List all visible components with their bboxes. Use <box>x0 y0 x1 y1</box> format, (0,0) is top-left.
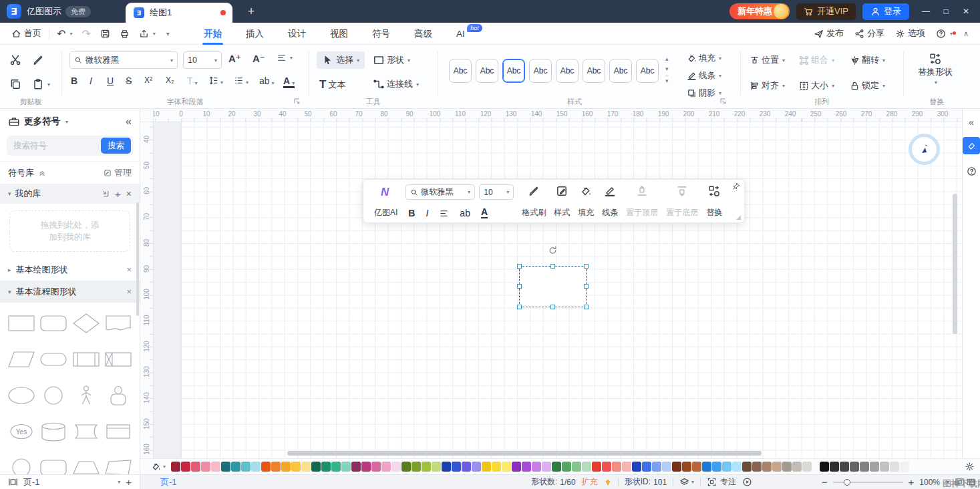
focus-label[interactable]: 专注 <box>720 476 736 488</box>
float-font-family-select[interactable]: 微软雅黑 ▾ <box>405 184 475 200</box>
palette-swatch[interactable] <box>271 462 281 472</box>
shape-user[interactable] <box>102 379 134 412</box>
ribbon-tab-设计[interactable]: 设计 <box>279 23 315 45</box>
palette-swatch[interactable] <box>401 462 411 472</box>
shape-document[interactable] <box>102 307 134 340</box>
palette-swatch-gray[interactable] <box>890 462 899 472</box>
palette-swatch[interactable] <box>542 462 551 472</box>
shape-cylinder[interactable] <box>37 415 69 448</box>
shape-card[interactable] <box>102 415 134 448</box>
shape-diamond[interactable] <box>70 307 102 340</box>
vertical-scrollbar[interactable] <box>953 194 957 334</box>
horizontal-ruler[interactable]: 1001020304050607080901001101201301401501… <box>154 109 962 122</box>
palette-swatch[interactable] <box>261 462 271 472</box>
zoom-level[interactable]: 100% <box>919 478 940 487</box>
palette-swatch-gray[interactable] <box>850 462 859 472</box>
publish-button[interactable]: 发布 <box>809 27 848 39</box>
palette-swatch[interactable] <box>371 462 381 472</box>
fill-button[interactable]: 填充▾ <box>687 53 721 64</box>
palette-swatch[interactable] <box>251 462 261 472</box>
palette-swatch[interactable] <box>171 462 180 472</box>
shape-round-rect[interactable] <box>37 451 69 474</box>
palette-swatch[interactable] <box>351 462 361 472</box>
float-style-button[interactable]: 样式 <box>550 184 574 219</box>
add-icon[interactable]: + <box>115 188 121 200</box>
resize-handle-s[interactable] <box>550 305 555 309</box>
palette-swatch[interactable] <box>412 462 421 472</box>
shape-stadium[interactable] <box>37 343 69 376</box>
palette-swatch[interactable] <box>672 462 681 472</box>
resize-handle-sw[interactable] <box>517 305 522 309</box>
more-symbols-button[interactable]: 更多符号 <box>24 116 60 128</box>
add-page-button[interactable]: + <box>126 476 132 488</box>
palette-swatch[interactable] <box>642 462 651 472</box>
float-format-painter-button[interactable]: 格式刷 <box>518 184 550 219</box>
palette-swatch[interactable] <box>652 462 661 472</box>
resize-handle-ne[interactable] <box>584 264 589 269</box>
palette-swatch[interactable] <box>662 462 671 472</box>
ribbon-tab-视图[interactable]: 视图 <box>321 23 357 45</box>
shape-quad[interactable] <box>102 451 134 474</box>
palette-swatch[interactable] <box>522 462 531 472</box>
close-icon[interactable]: × <box>126 265 132 275</box>
font-color-button[interactable]: A <box>481 206 488 218</box>
subscript-button[interactable]: X₂ <box>166 75 174 85</box>
palette-swatch[interactable] <box>361 462 371 472</box>
fit-to-window-icon[interactable] <box>955 477 965 487</box>
close-button[interactable]: ✕ <box>956 3 976 20</box>
palette-swatch[interactable] <box>732 462 742 472</box>
paste-button[interactable]: ▾ <box>32 78 50 90</box>
highlight-button[interactable]: ab <box>460 208 470 218</box>
float-line-button[interactable]: 线条 <box>598 184 622 219</box>
shape-ellipse[interactable] <box>5 379 37 412</box>
help-panel-button[interactable] <box>967 166 977 176</box>
palette-swatch[interactable] <box>802 462 812 472</box>
style-preset-8[interactable]: Abc <box>636 59 659 83</box>
palette-swatch[interactable] <box>602 462 611 472</box>
palette-swatch[interactable] <box>381 462 391 472</box>
shape-circle[interactable] <box>5 451 37 474</box>
dialog-launcher-icon[interactable] <box>719 97 727 105</box>
gallery-more-icon[interactable]: ▾ <box>665 75 669 84</box>
expand-panel-icon[interactable]: « <box>969 117 974 128</box>
palette-swatch[interactable] <box>211 462 220 472</box>
style-preset-4[interactable]: Abc <box>529 59 552 83</box>
palette-swatch[interactable] <box>231 462 240 472</box>
palette-swatch[interactable] <box>702 462 711 472</box>
ai-button[interactable]: N 亿图AI <box>370 184 401 219</box>
shape-parallelogram[interactable] <box>5 343 37 376</box>
palette-swatch[interactable] <box>311 462 321 472</box>
style-preset-3[interactable]: Abc <box>502 59 525 83</box>
presentation-play-icon[interactable] <box>742 477 752 487</box>
collapse-ribbon-button[interactable]: ∧ <box>959 29 973 38</box>
palette-swatch[interactable] <box>181 462 190 472</box>
resize-handle-nw[interactable] <box>517 264 522 269</box>
maximize-button[interactable]: □ <box>936 3 956 20</box>
shape-circle[interactable] <box>37 379 69 412</box>
position-button[interactable]: 位置▾ <box>750 54 785 66</box>
palette-swatch[interactable] <box>331 462 341 472</box>
palette-swatch[interactable] <box>532 462 541 472</box>
zoom-out-button[interactable]: − <box>822 476 828 488</box>
resize-handle-w[interactable] <box>517 284 522 289</box>
close-icon[interactable]: × <box>126 287 132 297</box>
palette-swatch[interactable] <box>562 462 571 472</box>
italic-button[interactable]: I <box>90 75 92 86</box>
ribbon-tab-开始[interactable]: 开始 <box>194 23 231 45</box>
palette-swatch[interactable] <box>612 462 621 472</box>
palette-swatch[interactable] <box>221 462 230 472</box>
palette-swatch[interactable] <box>321 462 331 472</box>
palette-swatch[interactable] <box>502 462 511 472</box>
section-basic-flowchart-shapes[interactable]: ▾ 基本流程图形状 × <box>0 281 140 303</box>
undo-button[interactable]: ↶▾ <box>52 23 77 44</box>
bold-button[interactable]: B <box>71 75 77 86</box>
document-tab[interactable]: ∃ 绘图1 <box>126 3 232 23</box>
style-preset-1[interactable]: Abc <box>449 59 472 83</box>
close-icon[interactable]: × <box>126 188 132 199</box>
bold-button[interactable]: B <box>408 208 415 218</box>
drawing-canvas[interactable]: N 亿图AI 微软雅黑 ▾ 10 ▾ <box>154 122 962 458</box>
group-button[interactable]: 组合▾ <box>799 54 834 66</box>
shape-rect[interactable] <box>5 307 37 340</box>
vertical-ruler[interactable]: 405060708090100110120130140150160 <box>140 122 154 458</box>
section-basic-draw-shapes[interactable]: ▸ 基本绘图形状 × <box>0 259 140 281</box>
